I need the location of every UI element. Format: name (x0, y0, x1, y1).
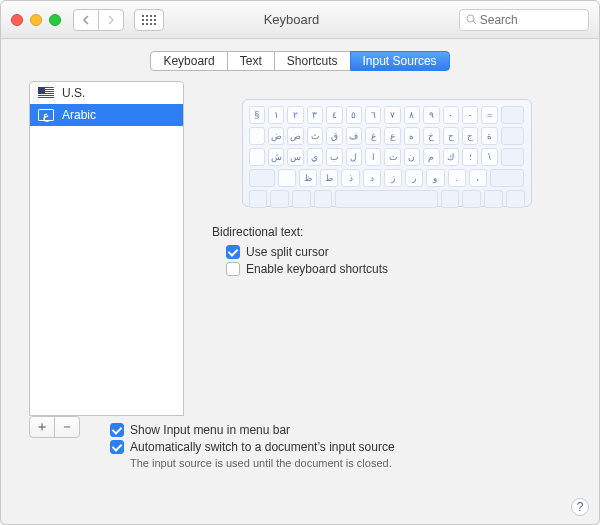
key-modifier (292, 190, 311, 208)
nav-buttons (73, 9, 124, 31)
zoom-button[interactable] (49, 14, 61, 26)
key: ز (384, 169, 402, 187)
key: ، (469, 169, 487, 187)
key: ل (346, 148, 362, 166)
key-modifier (490, 169, 524, 187)
key-modifier (314, 190, 333, 208)
key: ت (384, 148, 400, 166)
key: ج (462, 127, 478, 145)
key-modifier (501, 127, 525, 145)
key-modifier (501, 148, 525, 166)
key: ص (287, 127, 303, 145)
source-label: Arabic (62, 108, 96, 122)
keyboard-preview: §١٢٣٤٥٦٧٨٩٠-=·ضصثقفغعهخحجة·شسيبلاتنمك؛\·… (242, 99, 532, 207)
help-button[interactable]: ? (571, 498, 589, 516)
source-item-us[interactable]: U.S. (30, 82, 183, 104)
key: ا (365, 148, 381, 166)
key: ح (443, 127, 459, 145)
key: ط (320, 169, 338, 187)
key: ن (404, 148, 420, 166)
flag-ar-icon: ع (38, 109, 54, 121)
key: · (249, 148, 265, 166)
key: ٠ (443, 106, 459, 124)
checkbox-label: Enable keyboard shortcuts (246, 262, 388, 276)
key-modifier (249, 190, 268, 208)
key: ٧ (384, 106, 400, 124)
checkbox-label: Automatically switch to a document’s inp… (130, 440, 395, 454)
checkbox-label: Use split cursor (246, 245, 329, 259)
key-modifier (501, 106, 525, 124)
key: ع (384, 127, 400, 145)
window-title: Keyboard (124, 12, 459, 27)
key: ٢ (287, 106, 303, 124)
key: ١ (268, 106, 284, 124)
key: ٩ (423, 106, 439, 124)
key: س (287, 148, 303, 166)
enable-kbd-shortcuts-row[interactable]: Enable keyboard shortcuts (226, 262, 571, 276)
key: § (249, 106, 265, 124)
source-item-arabic[interactable]: ع Arabic (30, 104, 183, 126)
key: ه (404, 127, 420, 145)
checkbox-split-cursor[interactable] (226, 245, 240, 259)
auto-switch-row[interactable]: Automatically switch to a document’s inp… (110, 440, 395, 454)
key: ؛ (462, 148, 478, 166)
key: غ (365, 127, 381, 145)
source-label: U.S. (62, 86, 85, 100)
source-detail: §١٢٣٤٥٦٧٨٩٠-=·ضصثقفغعهخحجة·شسيبلاتنمك؛\·… (202, 81, 571, 416)
tab-shortcuts[interactable]: Shortcuts (274, 51, 351, 71)
key: م (423, 148, 439, 166)
key: ش (268, 148, 284, 166)
search-field[interactable] (459, 9, 589, 31)
search-icon (466, 14, 476, 25)
remove-source-button[interactable]: － (54, 416, 80, 438)
key-modifier (270, 190, 289, 208)
key: خ (423, 127, 439, 145)
checkbox-label: Show Input menu in menu bar (130, 423, 290, 437)
add-remove-controls: ＋ － (29, 416, 80, 438)
key: · (249, 127, 265, 145)
tab-input-sources[interactable]: Input Sources (350, 51, 450, 71)
close-button[interactable] (11, 14, 23, 26)
input-sources-list[interactable]: U.S. ع Arabic (29, 81, 184, 416)
add-source-button[interactable]: ＋ (29, 416, 55, 438)
key: ي (307, 148, 323, 166)
key: ٣ (307, 106, 323, 124)
checkbox-auto-switch[interactable] (110, 440, 124, 454)
key: = (481, 106, 497, 124)
key: ر (405, 169, 423, 187)
tab-bar: Keyboard Text Shortcuts Input Sources (1, 39, 599, 81)
key: ض (268, 127, 284, 145)
back-button[interactable] (73, 9, 99, 31)
titlebar: Keyboard (1, 1, 599, 39)
tab-text[interactable]: Text (227, 51, 275, 71)
footer-options: Show Input menu in menu bar Automaticall… (80, 416, 423, 481)
key: ٥ (346, 106, 362, 124)
tab-keyboard[interactable]: Keyboard (150, 51, 227, 71)
key-modifier (462, 190, 481, 208)
key-space (335, 190, 437, 208)
key: ث (307, 127, 323, 145)
show-input-menu-row[interactable]: Show Input menu in menu bar (110, 423, 395, 437)
window-controls (11, 14, 61, 26)
preferences-window: Keyboard Keyboard Text Shortcuts Input S… (0, 0, 600, 525)
key: ذ (341, 169, 359, 187)
use-split-cursor-row[interactable]: Use split cursor (226, 245, 571, 259)
checkbox-show-input-menu[interactable] (110, 423, 124, 437)
key: · (278, 169, 296, 187)
footer-hint: The input source is used until the docum… (130, 457, 395, 469)
key: . (448, 169, 466, 187)
key: ٦ (365, 106, 381, 124)
key: ٤ (326, 106, 342, 124)
key-modifier (484, 190, 503, 208)
svg-line-13 (473, 21, 476, 24)
minimize-button[interactable] (30, 14, 42, 26)
content-area: U.S. ع Arabic §١٢٣٤٥٦٧٨٩٠-=·ضصثقفغعهخحجة… (1, 81, 599, 416)
key: ظ (299, 169, 317, 187)
key: ق (326, 127, 342, 145)
search-input[interactable] (480, 13, 582, 27)
checkbox-kbd-shortcuts[interactable] (226, 262, 240, 276)
key: ك (443, 148, 459, 166)
forward-button[interactable] (98, 9, 124, 31)
key: ة (481, 127, 497, 145)
key: ب (326, 148, 342, 166)
